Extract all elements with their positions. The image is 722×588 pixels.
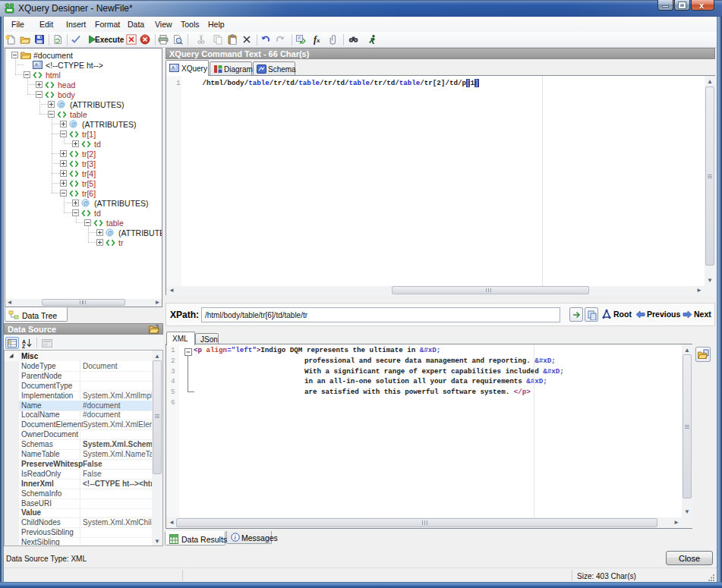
svg-text:A: A [35,62,38,67]
svg-text:Z: Z [22,344,26,348]
svg-text:@: @ [107,230,112,235]
svg-text:@: @ [71,121,76,127]
svg-text:@: @ [58,102,64,107]
svg-text:@: @ [83,200,88,206]
svg-text:A: A [172,65,175,70]
